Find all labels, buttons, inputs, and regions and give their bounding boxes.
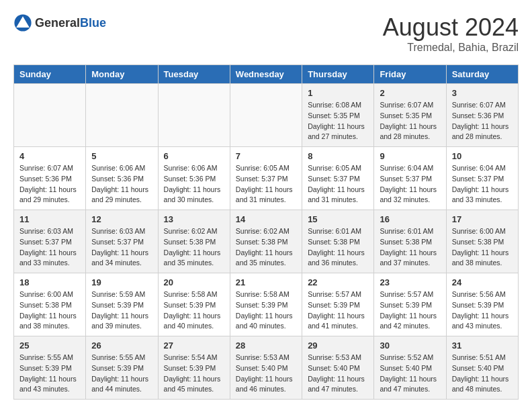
calendar-week-3: 11Sunrise: 6:03 AMSunset: 5:37 PMDayligh… (14, 210, 519, 273)
day-info: Sunrise: 6:03 AMSunset: 5:37 PMDaylight:… (91, 226, 152, 269)
day-info: Sunrise: 5:58 AMSunset: 5:39 PMDaylight:… (236, 289, 296, 332)
day-number: 17 (452, 214, 513, 224)
day-info: Sunrise: 6:06 AMSunset: 5:36 PMDaylight:… (91, 163, 152, 205)
calendar-cell: 18Sunrise: 6:00 AMSunset: 5:38 PMDayligh… (14, 273, 86, 336)
day-info: Sunrise: 5:55 AMSunset: 5:39 PMDaylight:… (19, 353, 80, 395)
day-number: 13 (164, 214, 224, 224)
day-number: 5 (91, 151, 152, 161)
location-subtitle: Tremedal, Bahia, Brazil (383, 42, 519, 54)
day-number: 25 (19, 340, 80, 351)
calendar-cell: 26Sunrise: 5:55 AMSunset: 5:39 PMDayligh… (86, 336, 158, 400)
col-header-tuesday: Tuesday (158, 65, 230, 84)
calendar-cell: 14Sunrise: 6:02 AMSunset: 5:38 PMDayligh… (230, 210, 302, 273)
day-number: 1 (308, 88, 368, 98)
calendar-table: SundayMondayTuesdayWednesdayThursdayFrid… (13, 64, 519, 400)
calendar-week-5: 25Sunrise: 5:55 AMSunset: 5:39 PMDayligh… (14, 336, 519, 400)
day-info: Sunrise: 6:03 AMSunset: 5:37 PMDaylight:… (19, 226, 80, 269)
day-number: 4 (19, 151, 80, 161)
calendar-cell (158, 84, 230, 147)
day-number: 11 (19, 214, 80, 224)
col-header-sunday: Sunday (14, 65, 86, 84)
day-info: Sunrise: 5:55 AMSunset: 5:39 PMDaylight:… (91, 353, 152, 395)
day-number: 29 (308, 340, 368, 351)
day-info: Sunrise: 6:04 AMSunset: 5:37 PMDaylight:… (452, 163, 513, 205)
day-info: Sunrise: 5:54 AMSunset: 5:39 PMDaylight:… (164, 353, 224, 395)
calendar-cell: 10Sunrise: 6:04 AMSunset: 5:37 PMDayligh… (446, 147, 518, 210)
calendar-cell: 19Sunrise: 5:59 AMSunset: 5:39 PMDayligh… (86, 273, 158, 336)
day-number: 9 (380, 151, 440, 161)
day-info: Sunrise: 6:07 AMSunset: 5:35 PMDaylight:… (380, 100, 440, 142)
calendar-week-2: 4Sunrise: 6:07 AMSunset: 5:36 PMDaylight… (14, 147, 519, 210)
logo-text-general: General (35, 16, 80, 30)
calendar-cell: 30Sunrise: 5:52 AMSunset: 5:40 PMDayligh… (374, 336, 446, 400)
day-info: Sunrise: 5:57 AMSunset: 5:39 PMDaylight:… (308, 289, 368, 332)
col-header-friday: Friday (374, 65, 446, 84)
col-header-saturday: Saturday (446, 65, 518, 84)
day-number: 24 (452, 277, 513, 287)
calendar-cell (86, 84, 158, 147)
calendar-cell: 31Sunrise: 5:51 AMSunset: 5:40 PMDayligh… (446, 336, 518, 400)
day-number: 14 (236, 214, 296, 224)
day-info: Sunrise: 6:05 AMSunset: 5:37 PMDaylight:… (236, 163, 296, 205)
day-info: Sunrise: 6:04 AMSunset: 5:37 PMDaylight:… (380, 163, 440, 205)
col-header-monday: Monday (86, 65, 158, 84)
calendar-cell: 2Sunrise: 6:07 AMSunset: 5:35 PMDaylight… (374, 84, 446, 147)
day-number: 27 (164, 340, 224, 351)
day-info: Sunrise: 6:02 AMSunset: 5:38 PMDaylight:… (236, 226, 296, 269)
day-info: Sunrise: 6:00 AMSunset: 5:38 PMDaylight:… (19, 289, 80, 332)
calendar-cell: 25Sunrise: 5:55 AMSunset: 5:39 PMDayligh… (14, 336, 86, 400)
day-info: Sunrise: 6:05 AMSunset: 5:37 PMDaylight:… (308, 163, 368, 205)
day-number: 21 (236, 277, 296, 287)
calendar-cell: 21Sunrise: 5:58 AMSunset: 5:39 PMDayligh… (230, 273, 302, 336)
day-info: Sunrise: 5:53 AMSunset: 5:40 PMDaylight:… (236, 353, 296, 395)
calendar-cell: 5Sunrise: 6:06 AMSunset: 5:36 PMDaylight… (86, 147, 158, 210)
day-info: Sunrise: 6:07 AMSunset: 5:36 PMDaylight:… (452, 100, 513, 142)
day-info: Sunrise: 5:51 AMSunset: 5:40 PMDaylight:… (452, 353, 513, 395)
day-info: Sunrise: 6:01 AMSunset: 5:38 PMDaylight:… (380, 226, 440, 269)
day-number: 2 (380, 88, 440, 98)
calendar-cell: 29Sunrise: 5:53 AMSunset: 5:40 PMDayligh… (302, 336, 374, 400)
day-info: Sunrise: 5:58 AMSunset: 5:39 PMDaylight:… (164, 289, 224, 332)
day-info: Sunrise: 6:06 AMSunset: 5:36 PMDaylight:… (164, 163, 224, 205)
day-number: 3 (452, 88, 513, 98)
calendar-week-4: 18Sunrise: 6:00 AMSunset: 5:38 PMDayligh… (14, 273, 519, 336)
day-number: 22 (308, 277, 368, 287)
calendar-cell: 24Sunrise: 5:56 AMSunset: 5:39 PMDayligh… (446, 273, 518, 336)
calendar-cell: 27Sunrise: 5:54 AMSunset: 5:39 PMDayligh… (158, 336, 230, 400)
calendar-cell (230, 84, 302, 147)
calendar-cell: 23Sunrise: 5:57 AMSunset: 5:39 PMDayligh… (374, 273, 446, 336)
day-number: 6 (164, 151, 224, 161)
day-info: Sunrise: 5:57 AMSunset: 5:39 PMDaylight:… (380, 289, 440, 332)
calendar-cell: 7Sunrise: 6:05 AMSunset: 5:37 PMDaylight… (230, 147, 302, 210)
logo-icon (13, 13, 32, 32)
calendar-cell: 28Sunrise: 5:53 AMSunset: 5:40 PMDayligh… (230, 336, 302, 400)
calendar-week-1: 1Sunrise: 6:08 AMSunset: 5:35 PMDaylight… (14, 84, 519, 147)
day-info: Sunrise: 6:01 AMSunset: 5:38 PMDaylight:… (308, 226, 368, 269)
calendar-header-row: SundayMondayTuesdayWednesdayThursdayFrid… (14, 65, 519, 84)
day-info: Sunrise: 6:00 AMSunset: 5:38 PMDaylight:… (452, 226, 513, 269)
calendar-cell: 13Sunrise: 6:02 AMSunset: 5:38 PMDayligh… (158, 210, 230, 273)
calendar-cell: 4Sunrise: 6:07 AMSunset: 5:36 PMDaylight… (14, 147, 86, 210)
calendar-cell: 8Sunrise: 6:05 AMSunset: 5:37 PMDaylight… (302, 147, 374, 210)
day-number: 10 (452, 151, 513, 161)
day-number: 15 (308, 214, 368, 224)
page-header: GeneralBlue August 2024 Tremedal, Bahia,… (13, 13, 519, 54)
logo-text-blue: Blue (80, 16, 106, 30)
month-year-title: August 2024 (383, 13, 519, 42)
day-info: Sunrise: 6:07 AMSunset: 5:36 PMDaylight:… (19, 163, 80, 205)
day-info: Sunrise: 5:59 AMSunset: 5:39 PMDaylight:… (91, 289, 152, 332)
calendar-cell (14, 84, 86, 147)
calendar-cell: 9Sunrise: 6:04 AMSunset: 5:37 PMDaylight… (374, 147, 446, 210)
day-number: 30 (380, 340, 440, 351)
day-number: 20 (164, 277, 224, 287)
calendar-cell: 22Sunrise: 5:57 AMSunset: 5:39 PMDayligh… (302, 273, 374, 336)
day-number: 26 (91, 340, 152, 351)
day-number: 28 (236, 340, 296, 351)
day-number: 23 (380, 277, 440, 287)
day-info: Sunrise: 5:52 AMSunset: 5:40 PMDaylight:… (380, 353, 440, 395)
day-number: 7 (236, 151, 296, 161)
calendar-cell: 20Sunrise: 5:58 AMSunset: 5:39 PMDayligh… (158, 273, 230, 336)
logo: GeneralBlue (13, 13, 106, 32)
day-number: 8 (308, 151, 368, 161)
calendar-cell: 12Sunrise: 6:03 AMSunset: 5:37 PMDayligh… (86, 210, 158, 273)
